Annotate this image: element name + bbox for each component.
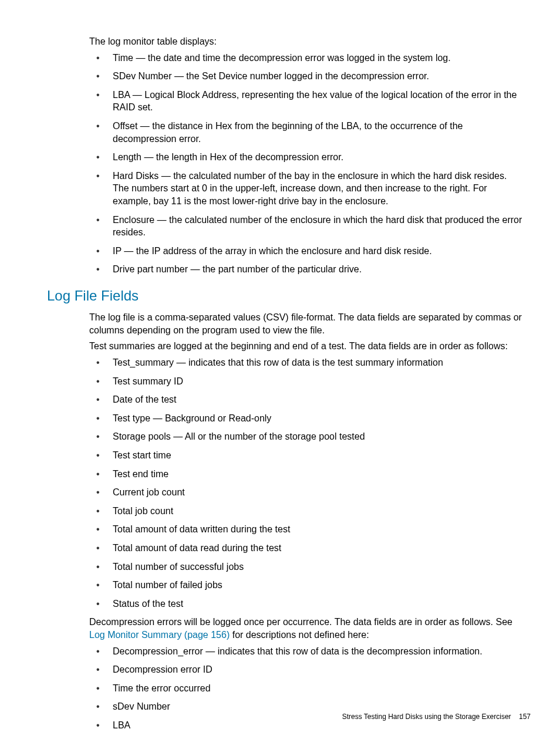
- paragraph-test-summaries: Test summaries are logged at the beginni…: [89, 340, 525, 353]
- list-item: Hard Disks — the calculated number of th…: [89, 170, 525, 208]
- list-item: Total number of failed jobs: [89, 579, 525, 592]
- list-item: Test_summary — indicates that this row o…: [89, 356, 525, 369]
- paragraph-decompression-errors: Decompression errors will be logged once…: [89, 616, 525, 641]
- list-item: Offset — the distance in Hex from the be…: [89, 120, 525, 145]
- list-item: Date of the test: [89, 393, 525, 406]
- list-item: Total amount of data read during the tes…: [89, 542, 525, 555]
- list-item: Total number of successful jobs: [89, 561, 525, 573]
- list-item: Decompression error ID: [89, 663, 525, 676]
- list-item: Test summary ID: [89, 375, 525, 388]
- test-summary-fields-list: Test_summary — indicates that this row o…: [89, 356, 525, 610]
- intro-paragraph: The log monitor table displays:: [89, 35, 525, 48]
- list-item: Decompression_error — indicates that thi…: [89, 645, 525, 658]
- list-item: Length — the length in Hex of the decomp…: [89, 151, 525, 164]
- page-footer: Stress Testing Hard Disks using the Stor…: [342, 712, 531, 721]
- text-fragment: Decompression errors will be logged once…: [89, 617, 512, 627]
- paragraph-csv-format: The log file is a comma-separated values…: [89, 311, 525, 336]
- list-item: Time the error occurred: [89, 682, 525, 695]
- list-item: IP — the IP address of the array in whic…: [89, 245, 525, 258]
- list-item: LBA — Logical Block Address, representin…: [89, 89, 525, 114]
- list-item: Enclosure — the calculated number of the…: [89, 214, 525, 239]
- log-monitor-table-list: Time — the date and time the decompressi…: [89, 52, 525, 276]
- list-item: Total amount of data written during the …: [89, 523, 525, 536]
- list-item: Drive part number — the part number of t…: [89, 263, 525, 276]
- list-item: sDev Number: [89, 700, 525, 713]
- list-item: Test end time: [89, 468, 525, 481]
- body-block-1: The log monitor table displays: Time — t…: [89, 35, 525, 276]
- body-block-2: The log file is a comma-separated values…: [89, 311, 525, 731]
- list-item: Time — the date and time the decompressi…: [89, 52, 525, 65]
- list-item: Status of the test: [89, 598, 525, 610]
- link-log-monitor-summary[interactable]: Log Monitor Summary (page 156): [89, 630, 230, 640]
- list-item: Test start time: [89, 449, 525, 462]
- page: The log monitor table displays: Time — t…: [0, 0, 560, 746]
- text-fragment: for descriptions not defined here:: [230, 630, 369, 640]
- list-item: Storage pools — All or the number of the…: [89, 430, 525, 443]
- footer-page-number: 157: [519, 713, 531, 721]
- list-item: SDev Number — the Set Device number logg…: [89, 70, 525, 83]
- section-heading-log-file-fields: Log File Fields: [47, 286, 531, 305]
- footer-title: Stress Testing Hard Disks using the Stor…: [342, 713, 511, 721]
- list-item: Current job count: [89, 486, 525, 499]
- list-item: Total job count: [89, 505, 525, 518]
- list-item: Test type — Background or Read-only: [89, 412, 525, 425]
